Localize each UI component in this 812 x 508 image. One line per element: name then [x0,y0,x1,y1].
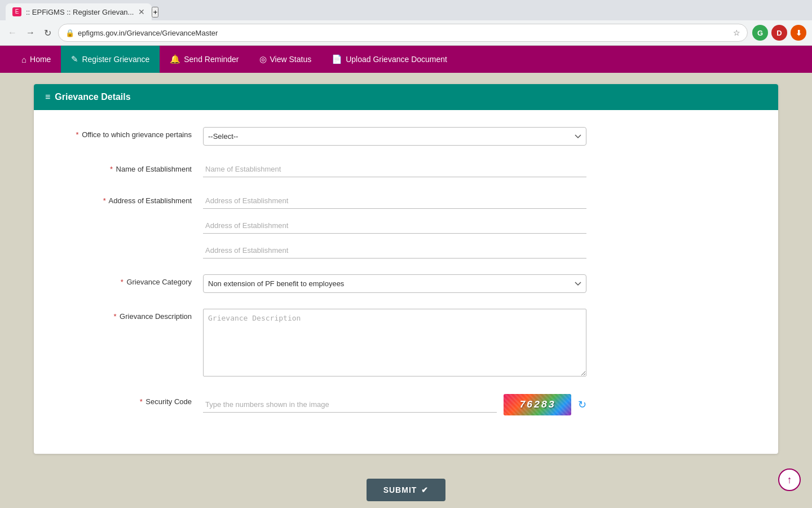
required-star: * [76,130,78,139]
category-row: * Grievance Category Non extension of PF… [56,274,756,293]
office-row: * Office to which grievance pertains --S… [56,127,756,146]
security-code-input[interactable] [203,397,497,413]
nav-home[interactable]: ⌂ Home [11,46,61,73]
refresh-button[interactable]: ↻ [42,25,54,41]
address-fields [203,193,586,259]
captcha-text: 76283 [519,399,555,410]
new-tab-button[interactable]: + [152,7,158,17]
security-field: 76283 ↻ [203,394,586,415]
description-textarea[interactable] [203,309,586,376]
required-star: * [113,312,116,321]
tab-title: :: EPFiGMS :: Register Grievan... [26,8,134,16]
description-label: * Grievance Description [56,309,203,321]
nav-upload-label: Upload Grievance Document [346,55,447,64]
header-icon: ≡ [45,92,50,102]
address-bar[interactable]: 🔒 ☆ [58,24,748,42]
establishment-input[interactable] [203,161,586,177]
submit-label: SUBMIT [383,485,417,494]
upload-icon: 📄 [332,54,342,64]
establishment-label: * Name of Establishment [56,161,203,173]
nav-view-status[interactable]: ◎ View Status [249,46,322,73]
nav-register-label: Register Grievance [82,55,149,64]
grievance-form-card: ≡ Grievance Details * Office to which gr… [34,84,778,454]
form-card-header: ≡ Grievance Details [34,84,778,110]
bell-icon: 🔔 [170,54,180,64]
office-select[interactable]: --Select-- Regional Office Sub Regional … [203,127,586,146]
download-icon[interactable]: ⬇ [791,25,806,41]
nav-reminder-label: Send Reminder [184,55,239,64]
security-input-row: 76283 ↻ [203,394,586,415]
home-icon: ⌂ [21,55,27,64]
edit-icon: ✎ [71,54,78,64]
top-navigation: ⌂ Home ✎ Register Grievance 🔔 Send Remin… [0,46,812,73]
captcha-image: 76283 [504,394,571,415]
establishment-field [203,161,586,177]
required-star: * [110,165,113,173]
back-button[interactable]: ← [6,25,19,40]
address-input-1[interactable] [203,193,586,209]
user-profile-icon[interactable]: D [771,25,787,41]
address-label: * Address of Establishment [56,193,203,205]
tab-close-button[interactable]: ✕ [138,7,145,16]
browser-tab[interactable]: E :: EPFiGMS :: Register Grievan... ✕ [6,3,152,20]
nav-upload-document[interactable]: 📄 Upload Grievance Document [321,46,457,73]
address-input-3[interactable] [203,243,586,259]
profile-icons: G D ⬇ [752,25,806,41]
submit-button[interactable]: SUBMIT ✔ [367,479,446,501]
browser-chrome: E :: EPFiGMS :: Register Grievan... ✕ + … [0,0,812,46]
nav-home-label: Home [30,55,51,64]
submit-section: SUBMIT ✔ [0,465,812,508]
establishment-row: * Name of Establishment [56,161,756,177]
forward-button[interactable]: → [24,25,37,40]
required-star: * [140,397,143,406]
scroll-to-top-button[interactable]: ↑ [778,468,801,491]
bookmark-icon[interactable]: ☆ [733,28,740,37]
lock-icon: 🔒 [65,29,74,37]
category-label: * Grievance Category [56,274,203,286]
office-label: * Office to which grievance pertains [56,127,203,139]
nav-send-reminder[interactable]: 🔔 Send Reminder [160,46,249,73]
description-row: * Grievance Description [56,309,756,378]
form-card-title: Grievance Details [55,92,130,102]
google-profile-icon[interactable]: G [752,25,768,41]
category-field: Non extension of PF benefit to employees… [203,274,586,293]
description-field [203,309,586,378]
category-select[interactable]: Non extension of PF benefit to employees… [203,274,586,293]
submit-check-icon: ✔ [421,485,429,494]
main-content: ≡ Grievance Details * Office to which gr… [0,73,812,465]
status-icon: ◎ [259,54,267,64]
tab-favicon: E [12,7,21,16]
security-label: * Security Code [56,394,203,406]
required-star: * [103,196,106,205]
browser-tabs: E :: EPFiGMS :: Register Grievan... ✕ + [0,0,812,20]
office-field: --Select-- Regional Office Sub Regional … [203,127,586,146]
address-input-2[interactable] [203,218,586,234]
url-input[interactable] [78,29,730,37]
captcha-refresh-button[interactable]: ↻ [578,398,586,411]
nav-status-label: View Status [270,55,312,64]
form-body: * Office to which grievance pertains --S… [34,110,778,454]
nav-register-grievance[interactable]: ✎ Register Grievance [61,46,160,73]
address-row: * Address of Establishment [56,193,756,259]
security-row: * Security Code 76283 ↻ [56,394,756,415]
browser-toolbar: ← → ↻ 🔒 ☆ G D ⬇ [0,20,812,45]
required-star: * [121,278,123,286]
